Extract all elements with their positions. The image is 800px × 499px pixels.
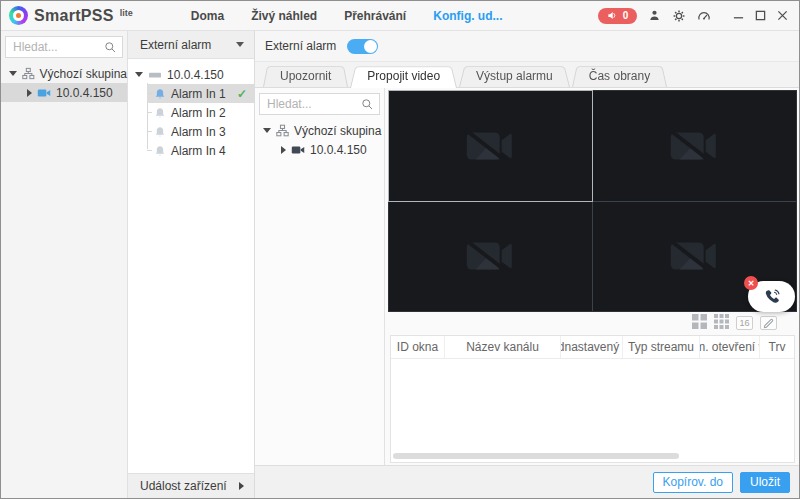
col-auto-open[interactable]: tom. otevření vid xyxy=(700,336,760,358)
settings-gear-icon[interactable] xyxy=(671,8,687,24)
maximize-button[interactable] xyxy=(751,7,769,25)
video-off-icon xyxy=(460,124,522,168)
video-window-1[interactable] xyxy=(389,91,592,201)
nav-live-view[interactable]: Živý náhled xyxy=(251,9,317,23)
video-area: ✕ 16 xyxy=(385,88,799,465)
device-label: 10.0.4.150 xyxy=(310,143,367,157)
tree-item-group[interactable]: Výchozí skupina xyxy=(1,64,127,83)
alarm-item-2[interactable]: Alarm In 2 xyxy=(147,103,254,122)
alarm-item-label: Alarm In 2 xyxy=(171,106,226,120)
device-event-label: Událost zařízení xyxy=(140,479,227,493)
video-window-2[interactable] xyxy=(593,91,796,201)
bell-icon xyxy=(154,88,166,100)
channel-table: ID okna Název kanálu řednastavený bo Typ… xyxy=(390,335,795,463)
alarm-count-badge[interactable]: 0 xyxy=(598,8,637,24)
video-grid xyxy=(388,90,797,312)
alarm-panel-header[interactable]: Externí alarm xyxy=(128,31,254,59)
bell-icon xyxy=(154,145,166,157)
alarm-enable-label: Externí alarm xyxy=(265,39,336,53)
tab-alarm-output[interactable]: Výstup alarmu xyxy=(459,64,570,87)
tab-link-video[interactable]: Propojit video xyxy=(350,64,457,87)
bell-icon xyxy=(154,107,166,119)
caret-right-icon[interactable] xyxy=(27,89,32,97)
video-off-icon xyxy=(664,124,726,168)
video-window-3[interactable] xyxy=(389,202,592,312)
device-label: 10.0.4.150 xyxy=(56,86,113,100)
col-channel-name[interactable]: Název kanálu xyxy=(445,336,561,358)
device-box-icon xyxy=(148,69,162,81)
brand-name: SmartPSS xyxy=(34,7,114,25)
main-nav: Doma Živý náhled Přehrávání Konfig. ud..… xyxy=(191,9,503,23)
link-video-tab-content: Výchozí skupina 10.0.4.150 xyxy=(255,88,799,465)
speaker-icon xyxy=(607,10,618,21)
camera-icon xyxy=(291,144,305,156)
col-preset[interactable]: řednastavený bo xyxy=(561,336,623,358)
alarm-item-label: Alarm In 3 xyxy=(171,125,226,139)
nav-home[interactable]: Doma xyxy=(191,9,224,23)
collapse-icon[interactable] xyxy=(236,42,244,47)
device-event-section[interactable]: Událost zařízení xyxy=(128,473,254,498)
group-icon xyxy=(22,67,35,80)
col-duration[interactable]: Trv xyxy=(760,336,794,358)
call-popup[interactable]: ✕ xyxy=(748,281,795,312)
alarm-enable-toggle[interactable] xyxy=(347,39,378,54)
alarm-items: Alarm In 1 ✓ Alarm In 2 Alarm In 3 Alarm… xyxy=(147,84,254,160)
tab-arm-time[interactable]: Čas obrany xyxy=(572,64,667,87)
table-header: ID okna Název kanálu řednastavený bo Typ… xyxy=(391,336,794,359)
horizontal-scrollbar[interactable] xyxy=(393,453,679,459)
layout-4-icon[interactable] xyxy=(692,314,707,332)
close-call-icon[interactable]: ✕ xyxy=(744,276,758,290)
main-panel: Externí alarm Upozornit Propojit video V… xyxy=(255,31,799,498)
channel-search-box xyxy=(259,93,380,115)
nav-playback[interactable]: Přehrávání xyxy=(344,9,406,23)
alarm-source-panel: Externí alarm 10.0.4.150 Alarm In 1 ✓ xyxy=(128,31,255,498)
tree-item-device[interactable]: 10.0.4.150 xyxy=(255,140,384,159)
expand-icon[interactable] xyxy=(239,482,244,490)
device-group-panel: Výchozí skupina 10.0.4.150 xyxy=(1,31,128,498)
search-icon[interactable] xyxy=(361,98,374,111)
nav-event-config[interactable]: Konfig. ud... xyxy=(433,9,502,23)
camera-icon xyxy=(37,87,51,99)
device-search-box xyxy=(5,36,123,58)
tab-notify[interactable]: Upozornit xyxy=(263,64,348,87)
layout-9-icon[interactable] xyxy=(714,314,729,332)
minimize-button[interactable] xyxy=(729,7,747,25)
window-controls xyxy=(729,7,791,25)
channel-search-input[interactable] xyxy=(265,96,361,112)
grid-layout-toolbar: 16 xyxy=(388,312,797,334)
alarm-item-1[interactable]: Alarm In 1 ✓ xyxy=(147,84,254,103)
copy-to-button[interactable]: Kopírov. do xyxy=(653,472,733,493)
user-icon[interactable] xyxy=(646,8,662,24)
alarm-enable-row: Externí alarm xyxy=(255,31,799,62)
phone-icon xyxy=(762,287,782,307)
video-channel-tree: Výchozí skupina 10.0.4.150 xyxy=(255,88,385,465)
brand: SmartPSS lite xyxy=(9,6,133,25)
caret-down-icon[interactable] xyxy=(263,128,271,133)
alarm-item-3[interactable]: Alarm In 3 xyxy=(147,122,254,141)
title-bar: SmartPSS lite Doma Živý náhled Přehráván… xyxy=(1,1,799,31)
video-off-icon xyxy=(664,234,726,278)
dashboard-gauge-icon[interactable] xyxy=(696,8,712,24)
alarm-tree: 10.0.4.150 Alarm In 1 ✓ Alarm In 2 Alarm xyxy=(128,59,254,473)
config-tabs: Upozornit Propojit video Výstup alarmu Č… xyxy=(255,62,799,88)
custom-layout-pencil-icon[interactable] xyxy=(760,316,777,330)
caret-down-icon[interactable] xyxy=(9,71,17,76)
layout-16-button[interactable]: 16 xyxy=(736,316,753,330)
app-logo-icon xyxy=(9,6,28,25)
app-window: SmartPSS lite Doma Živý náhled Přehráván… xyxy=(0,0,800,499)
tree-item-group[interactable]: Výchozí skupina xyxy=(255,121,384,140)
tree-item-device[interactable]: 10.0.4.150 xyxy=(1,83,127,102)
alarm-device-row[interactable]: 10.0.4.150 xyxy=(128,65,254,84)
device-search-input[interactable] xyxy=(11,39,104,55)
col-stream-type[interactable]: Typ streamu xyxy=(623,336,700,358)
group-icon xyxy=(276,124,289,137)
close-button[interactable] xyxy=(773,7,791,25)
alarm-item-4[interactable]: Alarm In 4 xyxy=(147,141,254,160)
alarm-item-label: Alarm In 1 xyxy=(171,87,226,101)
brand-suffix: lite xyxy=(120,8,133,18)
col-window-id[interactable]: ID okna xyxy=(391,336,445,358)
save-button[interactable]: Uložit xyxy=(740,472,790,493)
caret-down-icon[interactable] xyxy=(135,72,143,77)
caret-right-icon[interactable] xyxy=(281,146,286,154)
search-icon[interactable] xyxy=(104,41,117,54)
